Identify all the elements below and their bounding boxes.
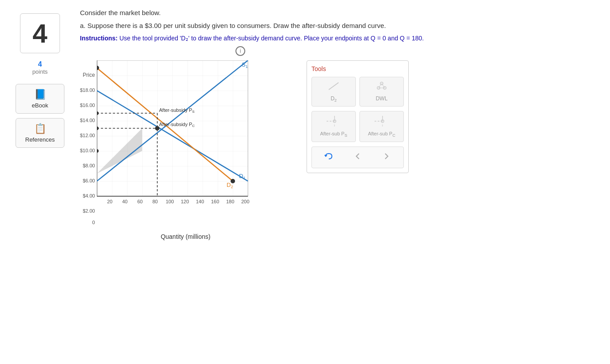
ebook-button[interactable]: 📘 eBook: [16, 84, 64, 114]
x-tick-160: 160: [211, 199, 219, 204]
y-tick-12: $12.00: [80, 128, 95, 143]
after-sub-pc-chart-label: After-subsidy PC: [159, 122, 195, 128]
dwl-tool-button[interactable]: DWL: [359, 77, 404, 107]
after-sub-pc-button[interactable]: i After-sub PC: [359, 111, 404, 142]
after-sub-ps-chart-label: After-subsidy PS: [159, 107, 195, 114]
references-button[interactable]: 📋 References: [16, 118, 64, 148]
forward-button[interactable]: [377, 150, 396, 165]
x-tick-120: 120: [181, 199, 189, 204]
tools-panel: Tools D2: [307, 60, 409, 173]
y-tick-14: $14.00: [80, 113, 95, 128]
chart-area: Price $18.00 $16.00 $14.00 $12.00 $10.00…: [80, 60, 298, 240]
instructions-body: Use the tool provided 'D₂' to draw the a…: [120, 35, 424, 42]
d2-tool-label: D2: [331, 95, 337, 103]
x-tick-140: 140: [196, 199, 204, 204]
chart-svg[interactable]: S1 D1: [97, 60, 261, 229]
y-tick-16: $16.00: [80, 98, 95, 113]
after-sub-ps-button[interactable]: i After-sub PS: [311, 111, 356, 142]
instructions-line: Instructions: Use the tool provided 'D₂'…: [80, 35, 601, 42]
after-sub-ps-label: After-sub PS: [320, 131, 347, 138]
ebook-icon: 📘: [20, 89, 60, 100]
references-icon: 📋: [20, 123, 60, 135]
after-sub-ps-icon: i: [326, 115, 342, 129]
y-tick-6: $6.00: [83, 173, 95, 188]
main-content: Consider the market below. a. Suppose th…: [71, 9, 601, 240]
y-tick-4: $4.00: [83, 188, 95, 203]
y-tick-8: $8.00: [83, 158, 95, 173]
d2-tool-icon: [327, 81, 340, 94]
y-tick-2: $2.00: [83, 203, 95, 218]
part-a-text: a. Suppose there is a $3.00 per unit sub…: [80, 22, 601, 29]
after-sub-pc-icon: i: [374, 115, 390, 129]
tools-bottom-grid: i After-sub PS i: [311, 111, 404, 142]
svg-text:i: i: [382, 123, 383, 127]
dwl-tool-label: DWL: [376, 95, 388, 102]
chart-tools-row: Price $18.00 $16.00 $14.00 $12.00 $10.00…: [80, 60, 601, 240]
x-tick-200: 200: [241, 199, 249, 204]
info-icon-row: i: [80, 46, 601, 56]
svg-line-8: [379, 83, 382, 88]
price-axis-label: Price: [83, 68, 95, 82]
after-sub-pc-label: After-sub PC: [368, 131, 395, 138]
instructions-bold: Instructions:: [80, 35, 118, 42]
x-tick-60: 60: [137, 199, 143, 204]
d2-end-dot: [231, 179, 235, 183]
tools-action-row: [311, 146, 404, 168]
x-axis-label: Quantity (millions): [110, 233, 261, 240]
svg-rect-0: [97, 60, 248, 196]
x-tick-40: 40: [122, 199, 128, 204]
x-tick-80: 80: [152, 199, 158, 204]
info-icon[interactable]: i: [235, 46, 245, 56]
y-tick-10: $10.00: [80, 143, 95, 158]
svg-line-9: [382, 83, 385, 88]
x-tick-180: 180: [226, 199, 234, 204]
x-tick-20: 20: [107, 199, 112, 204]
undo-button[interactable]: [319, 150, 338, 165]
back-button[interactable]: [348, 150, 367, 165]
y-axis-labels: Price $18.00 $16.00 $14.00 $12.00 $10.00…: [80, 60, 95, 226]
sidebar: 4 4 points 📘 eBook 📋 References: [9, 9, 71, 240]
x-tick-100: 100: [166, 199, 174, 204]
chart-svg-container: S1 D1: [97, 60, 261, 240]
y-tick-18: $18.00: [80, 83, 95, 98]
consider-text: Consider the market below.: [80, 9, 601, 16]
dwl-tool-icon: [375, 81, 388, 94]
tools-grid: D2: [311, 77, 404, 107]
tools-title: Tools: [311, 65, 404, 72]
question-number: 4: [20, 13, 60, 53]
svg-line-4: [329, 83, 339, 90]
d2-tool-button[interactable]: D2: [311, 77, 356, 107]
svg-text:i: i: [334, 123, 335, 127]
points-label: 4 points: [32, 60, 48, 75]
y-tick-0: 0: [92, 218, 95, 226]
